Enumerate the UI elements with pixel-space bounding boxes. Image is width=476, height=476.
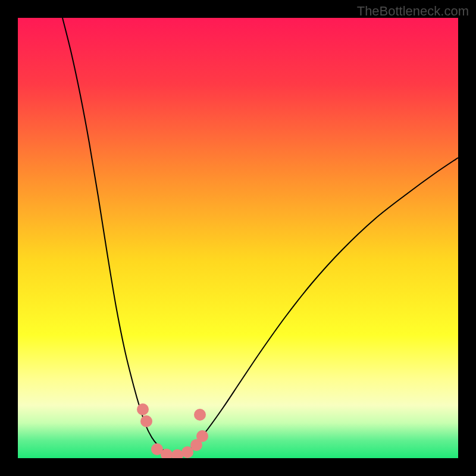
watermark-text: TheBottleneck.com (357, 4, 469, 19)
marker-dot (171, 449, 183, 458)
marker-dot (137, 403, 149, 415)
chart-curves (18, 18, 458, 458)
marker-dot (140, 415, 152, 427)
plot-area (18, 18, 458, 458)
marker-dot (194, 409, 206, 421)
marker-dot (196, 430, 208, 442)
chart-frame: TheBottleneck.com (0, 0, 476, 476)
curve-left-branch (62, 18, 176, 455)
curve-right-branch (176, 158, 458, 455)
